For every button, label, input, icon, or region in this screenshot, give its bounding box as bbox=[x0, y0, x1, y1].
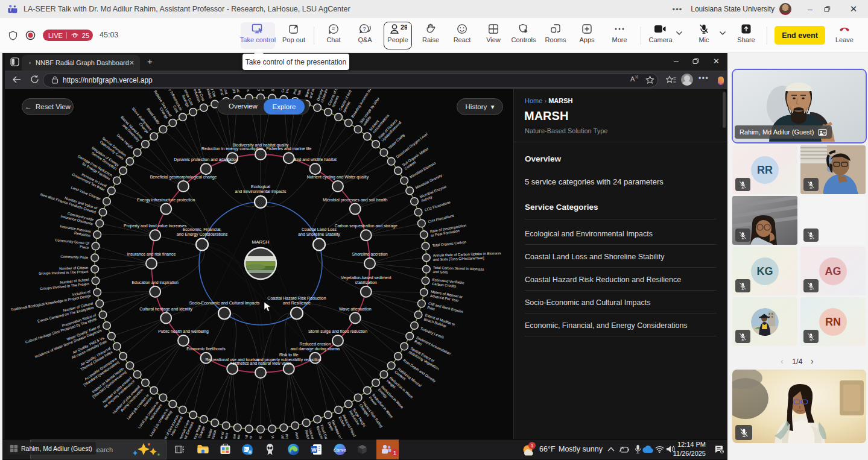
svg-text:Basal Ability: Basal Ability bbox=[146, 107, 160, 125]
svg-text:Property ValueIncrease: Property ValueIncrease bbox=[230, 433, 241, 439]
svg-text:Total Carbon Stored in Biomass: Total Carbon Stored in Biomassand Soils bbox=[433, 266, 484, 276]
svg-text:Aesthetics and natural view va: Aesthetics and natural view value bbox=[230, 361, 291, 365]
svg-text:CO2 Fluxuations: CO2 Fluxuations bbox=[424, 200, 451, 212]
svg-text:Community Pride: Community Pride bbox=[60, 255, 89, 260]
svg-text:Bird and wildlife habitat: Bird and wildlife habitat bbox=[294, 157, 337, 162]
svg-text:Microbial EnzymeActivity: Microbial EnzymeActivity bbox=[419, 184, 449, 203]
svg-text:Breeding success rate: Breeding success rate bbox=[350, 89, 373, 118]
svg-text:Total Organic Carbon: Total Organic Carbon bbox=[432, 240, 466, 247]
svg-text:Rate of Decompositionor Peat F: Rate of Decompositionor Peat Formation bbox=[430, 224, 467, 238]
svg-text:Insurance PremiumReduction: Insurance PremiumReduction bbox=[59, 224, 91, 238]
svg-text:and Energy Considerations: and Energy Considerations bbox=[177, 232, 228, 237]
svg-text:Meters of Retreat orAdvance Pe: Meters of Retreat orAdvance Per Year bbox=[430, 290, 463, 303]
svg-text:Community-wideInsurance Discou: Community-wideInsurance Discounts bbox=[60, 210, 95, 226]
svg-text:and damage during storms: and damage during storms bbox=[291, 347, 341, 351]
svg-text:Turbidity Levels: Turbidity Levels bbox=[420, 327, 445, 339]
svg-text:Vegetation-based sediment: Vegetation-based sediment bbox=[341, 276, 391, 280]
svg-text:Avoided Damages: Avoided Damages bbox=[244, 89, 250, 92]
svg-text:Public health and wellbeing: Public health and wellbeing bbox=[158, 329, 209, 334]
svg-text:Storm surge and flood reductio: Storm surge and flood reduction bbox=[308, 329, 367, 334]
svg-text:Economic livelihoods: Economic livelihoods bbox=[186, 347, 226, 351]
svg-text:Microbial processes and soil h: Microbial processes and soil health bbox=[323, 198, 387, 203]
svg-text:Reduction in energy consumptio: Reduction in energy consumption bbox=[201, 147, 263, 151]
svg-text:Extent of Mudflat orBeach Buil: Extent of Mudflat orBeach Buildup bbox=[423, 313, 456, 330]
svg-text:Community Sense OfPlace: Community Sense OfPlace bbox=[54, 238, 90, 250]
svg-text:?: ? bbox=[363, 26, 366, 32]
svg-text:Education and inspiration: Education and inspiration bbox=[132, 280, 179, 285]
svg-text:Avoided Losses: Avoided Losses bbox=[294, 432, 303, 439]
svg-text:stabilization: stabilization bbox=[355, 280, 377, 285]
svg-text:Number ofRecreational Users: Number ofRecreational Users bbox=[215, 431, 229, 439]
svg-text:CH4 Fluxuations: CH4 Fluxuations bbox=[428, 213, 454, 224]
svg-text:Ecological: Ecological bbox=[251, 184, 270, 189]
svg-text:Overall NNBFPerformance: Overall NNBFPerformance bbox=[257, 89, 265, 91]
svg-text:Counts of fish andinvertebrate: Counts of fish andinvertebrate species bbox=[281, 89, 293, 93]
svg-text:Hazard Risk RatingChanges: Hazard Risk RatingChanges bbox=[359, 401, 384, 430]
svg-text:Energy infrastructure protecti: Energy infrastructure protection bbox=[137, 198, 195, 203]
svg-text:Annual Rate of Carbon Uptake i: Annual Rate of Carbon Uptake in Biomassa… bbox=[433, 251, 501, 262]
svg-text:T: T bbox=[10, 8, 12, 12]
svg-text:Number of SchoolGroups Involve: Number of SchoolGroups Involved in The P… bbox=[39, 278, 90, 291]
svg-text:29: 29 bbox=[401, 24, 407, 31]
svg-text:Carbon sequestration and stora: Carbon sequestration and storage bbox=[335, 224, 398, 228]
svg-text:Dune Height: Dune Height bbox=[116, 133, 134, 150]
svg-text:Recreational use and tourism: Recreational use and tourism bbox=[205, 358, 259, 362]
svg-text:Counts of birdspecies: Counts of birdspecies bbox=[338, 90, 356, 113]
svg-text:Cultural heritage and identity: Cultural heritage and identity bbox=[139, 307, 192, 312]
svg-text:Reduction in WaveHeight: Reduction in WaveHeight bbox=[386, 376, 414, 403]
svg-text:Shoreline accretion: Shoreline accretion bbox=[352, 252, 388, 256]
svg-text:Estimated VerifiableCarbon Cre: Estimated VerifiableCarbon Credits bbox=[432, 278, 465, 289]
svg-text:Coastal Hazard Risk Reduction: Coastal Hazard Risk Reduction bbox=[267, 296, 326, 300]
svg-text:Socio-Economic and Cultural Im: Socio-Economic and Cultural Impacts bbox=[189, 301, 260, 306]
svg-text:Fisheries and marine life: Fisheries and marine life bbox=[266, 147, 311, 151]
svg-text:Economic, Financial,: Economic, Financial, bbox=[183, 227, 222, 232]
svg-text:Water Clarity: Water Clarity bbox=[388, 133, 406, 150]
svg-text:W: W bbox=[311, 447, 317, 453]
svg-text:Capital CostDeferral: Capital CostDeferral bbox=[217, 89, 229, 96]
svg-text:Insurance and risk finance: Insurance and risk finance bbox=[127, 252, 176, 256]
svg-text:MARSH: MARSH bbox=[252, 239, 270, 245]
svg-text:and Environmental Impacts: and Environmental Impacts bbox=[235, 189, 287, 194]
svg-text:Species diversity: Species diversity bbox=[271, 89, 276, 92]
svg-text:Survey of VisitorSatisfaction: Survey of VisitorSatisfaction bbox=[202, 428, 217, 439]
svg-text:Reduction in WavePower: Reduction in WavePower bbox=[369, 393, 394, 421]
svg-text:Beneficial geomorphological ch: Beneficial geomorphological change bbox=[150, 175, 217, 180]
svg-text:Preservation Status ofCultural: Preservation Status ofCultural Heritage … bbox=[24, 313, 98, 344]
svg-text:Property ProtectionValue: Property ProtectionValue bbox=[280, 433, 293, 439]
svg-text:Dynamic protection and adaptat: Dynamic protection and adaptation bbox=[174, 157, 238, 162]
svg-text:Canva: Canva bbox=[334, 447, 346, 453]
svg-text:Nutrient cycling and Water qua: Nutrient cycling and Water quality bbox=[307, 175, 369, 180]
svg-text:and Resilience: and Resilience bbox=[283, 301, 311, 305]
svg-text:and Shoreline Stability: and Shoreline Stability bbox=[298, 232, 340, 237]
svg-text:Number of CitizenGroups Involv: Number of CitizenGroups Involved in The … bbox=[39, 266, 89, 276]
svg-text:Wave attenuation: Wave attenuation bbox=[339, 307, 372, 311]
svg-text:Energy UseAvoided: Energy UseAvoided bbox=[204, 89, 217, 99]
svg-text:Reduced erosion: Reduced erosion bbox=[299, 342, 331, 346]
svg-text:Coastal Land Loss: Coastal Land Loss bbox=[302, 227, 337, 232]
svg-text:Property and land value increa: Property and land value increases bbox=[124, 224, 187, 228]
svg-text:Lifecycle CostBenefit: Lifecycle CostBenefit bbox=[229, 89, 240, 93]
svg-text:Risk to life: Risk to life bbox=[279, 353, 299, 357]
